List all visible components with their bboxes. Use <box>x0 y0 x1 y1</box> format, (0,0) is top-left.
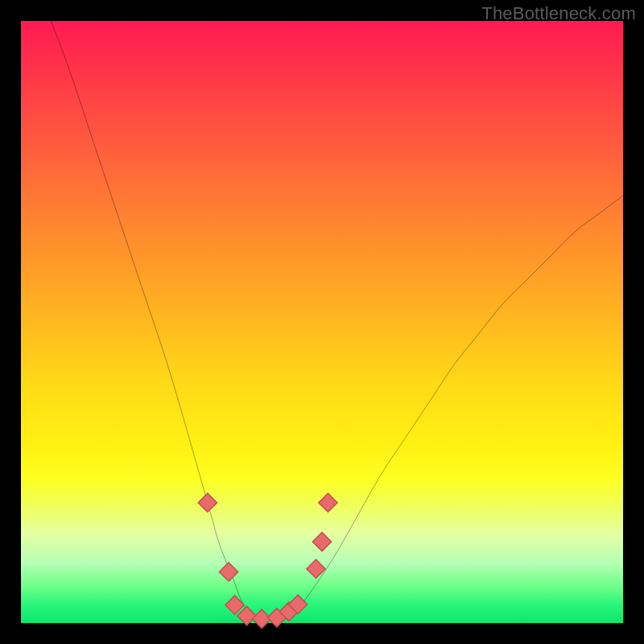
data-marker <box>219 563 237 581</box>
curve-group <box>51 21 623 621</box>
data-marker <box>198 493 217 512</box>
bottleneck-curve <box>51 21 623 621</box>
data-marker <box>312 532 331 551</box>
data-marker <box>319 493 337 512</box>
marker-group <box>198 493 337 629</box>
chart-svg <box>21 21 623 623</box>
data-marker <box>307 559 325 578</box>
chart-frame <box>21 21 623 623</box>
